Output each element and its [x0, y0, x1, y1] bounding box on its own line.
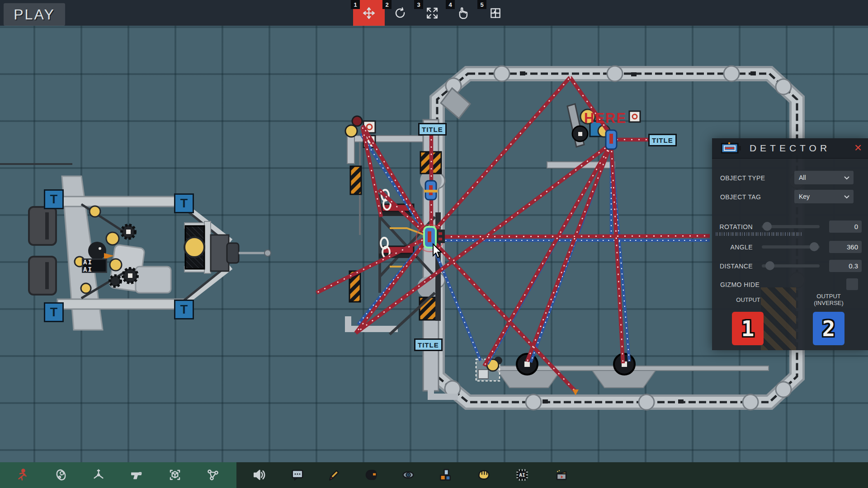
nodes-icon	[206, 468, 220, 482]
t-badge[interactable]: T	[174, 193, 194, 213]
ai-chip-icon: AI	[515, 468, 529, 482]
t-badge[interactable]: T	[44, 302, 64, 322]
object-tag-value: Key	[799, 193, 810, 200]
editor-screen: T T T T AI AI TITLE TITLE TITLE HERE PLA…	[0, 0, 868, 488]
tool-hotkey-badge: 5	[477, 0, 486, 9]
close-icon[interactable]: ×	[854, 141, 862, 155]
category-bar	[0, 462, 236, 488]
rotation-label: ROTATION	[717, 223, 753, 230]
top-bar: PLAY 1 2 3	[0, 0, 868, 26]
object-type-value: All	[799, 174, 806, 181]
tool-group: 1 2 3	[353, 0, 511, 26]
puzzle-icon	[489, 6, 502, 20]
gizmo-hide-checkbox[interactable]	[846, 278, 858, 290]
tool-rotate[interactable]: 2	[385, 0, 416, 26]
output-2-button[interactable]: 2	[813, 312, 844, 345]
blocks-button[interactable]	[436, 465, 455, 484]
move-icon	[362, 6, 376, 20]
propeller-icon	[92, 468, 105, 482]
tool-grab[interactable]: 4	[448, 0, 480, 26]
object-type-dropdown[interactable]: All	[794, 171, 854, 184]
output-inverse-line2: (INVERSE)	[806, 300, 851, 306]
rotation-value[interactable]: 0	[829, 221, 862, 233]
eye-icon	[401, 468, 415, 482]
output-inverse-line1: OUTPUT	[806, 293, 851, 300]
beam-ghost	[716, 232, 802, 236]
angle-slider-handle[interactable]	[810, 242, 819, 251]
gun-icon	[130, 468, 143, 482]
ai-icon-label: AI	[519, 472, 525, 478]
tool-hotkey-badge: 3	[414, 0, 423, 9]
angle-value[interactable]: 360	[829, 241, 862, 253]
scale-icon	[425, 6, 439, 20]
distance-slider-handle[interactable]	[765, 261, 774, 270]
title-badge[interactable]: TITLE	[648, 134, 677, 146]
object-tag-label: OBJECT TAG	[720, 193, 761, 201]
gear-icon	[54, 468, 68, 482]
gizmo-hide-label: GIZMO HIDE	[720, 281, 760, 288]
bottom-bar: AI	[0, 462, 868, 488]
grab-button[interactable]	[474, 465, 493, 484]
distance-label: DISTANCE	[717, 263, 753, 270]
detector-panel-title: DETECTOR	[712, 143, 868, 154]
category-objects-button[interactable]	[165, 465, 184, 484]
clapperboard-icon	[555, 468, 568, 482]
detector-device-upper[interactable]	[424, 181, 438, 200]
chat-bubble-icon	[291, 468, 304, 482]
here-label[interactable]: HERE	[584, 110, 627, 127]
detector-panel: DETECTOR × OBJECT TYPE All OBJECT TAG Ke…	[712, 138, 868, 350]
category-vehicles-button[interactable]	[89, 465, 108, 484]
category-machinery-button[interactable]	[52, 465, 71, 484]
detector-device-key[interactable]	[606, 130, 617, 149]
object-tag-dropdown[interactable]: Key	[794, 190, 854, 203]
output-inverse-label: OUTPUT (INVERSE)	[806, 293, 851, 306]
distance-slider[interactable]	[762, 264, 820, 267]
blocks-icon	[439, 468, 452, 482]
sound-button[interactable]	[250, 465, 269, 484]
t-badge[interactable]: T	[44, 189, 64, 209]
category-weapons-button[interactable]	[127, 465, 146, 484]
tool-hotkey-badge: 1	[351, 0, 360, 9]
category-humans-button[interactable]	[13, 465, 32, 484]
chat-button[interactable]	[288, 465, 307, 484]
slot-button[interactable]	[361, 465, 380, 484]
rotation-slider[interactable]	[762, 225, 820, 228]
detector-panel-header: DETECTOR ×	[712, 138, 868, 159]
tool-move[interactable]: 1	[353, 0, 385, 26]
angle-slider[interactable]	[762, 245, 820, 249]
chevron-down-icon	[844, 195, 849, 199]
cube-icon	[168, 468, 182, 482]
play-button[interactable]: PLAY	[4, 3, 65, 26]
cutscene-button[interactable]	[552, 465, 571, 484]
vehicle-contraption[interactable]	[29, 176, 271, 330]
rotate-icon	[394, 6, 407, 20]
title-badge[interactable]: TITLE	[418, 123, 447, 136]
tool-attach[interactable]: 5	[480, 0, 511, 26]
slot-icon	[364, 468, 377, 482]
draw-button[interactable]	[324, 465, 343, 484]
output-1-button[interactable]: 1	[732, 312, 764, 345]
distance-value[interactable]: 0.3	[829, 260, 862, 272]
title-badge[interactable]: TITLE	[414, 338, 443, 351]
object-type-label: OBJECT TYPE	[720, 174, 765, 182]
tool-hotkey-badge: 4	[446, 0, 455, 9]
rotation-slider-handle[interactable]	[763, 222, 772, 231]
output-label: OUTPUT	[726, 296, 771, 303]
tool-scale[interactable]: 3	[416, 0, 448, 26]
running-man-icon	[15, 468, 29, 482]
t-badge[interactable]: T	[174, 300, 194, 319]
chevron-down-icon	[844, 176, 849, 180]
pencil-icon	[327, 468, 340, 482]
angle-label: ANGLE	[717, 244, 753, 251]
hand-icon	[476, 468, 491, 482]
speaker-icon	[252, 468, 266, 482]
hand-pointer-icon	[457, 6, 471, 20]
visibility-button[interactable]	[399, 465, 418, 484]
ai-button[interactable]: AI	[513, 465, 532, 484]
category-connections-button[interactable]	[203, 465, 222, 484]
ai-chip-label[interactable]: AI AI	[82, 258, 107, 273]
tool-hotkey-badge: 2	[382, 0, 392, 9]
